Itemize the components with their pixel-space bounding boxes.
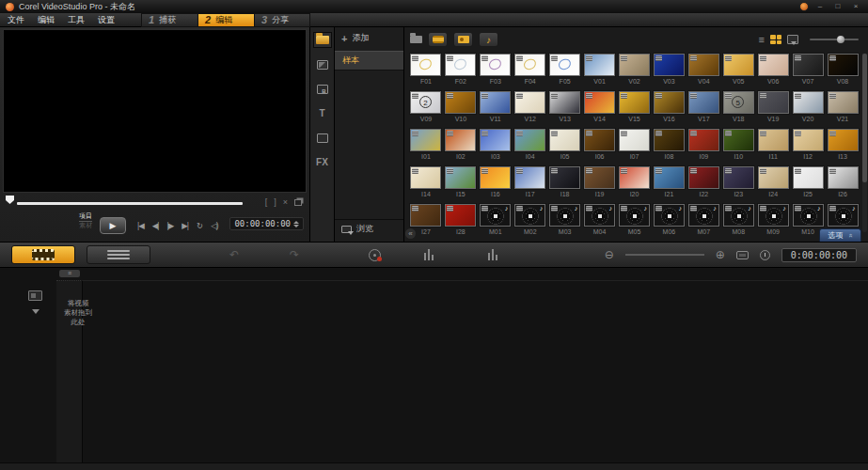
gallery-item[interactable]: V05 (722, 54, 754, 89)
instant-project-icon[interactable] (314, 82, 331, 96)
fit-project-icon[interactable] (736, 251, 749, 259)
media-thumbnail[interactable] (584, 91, 615, 114)
filter-photo-button[interactable] (453, 32, 473, 47)
audio-thumbnail[interactable]: ♪ (584, 204, 615, 227)
gallery-item[interactable]: V16 (653, 91, 685, 127)
audio-thumbnail[interactable]: ♪ (758, 204, 789, 227)
media-thumbnail[interactable] (793, 91, 824, 114)
media-thumbnail[interactable] (514, 91, 545, 114)
gallery-item[interactable]: I07 (619, 129, 651, 164)
audio-thumbnail[interactable]: ♪ (549, 204, 580, 227)
audio-thumbnail[interactable]: ♪ (688, 204, 719, 227)
gallery-item[interactable]: ♪M03 (549, 204, 581, 240)
gallery-item[interactable]: I06 (584, 129, 616, 164)
gallery-item[interactable]: I17 (514, 166, 546, 202)
record-capture-icon[interactable] (369, 249, 381, 261)
gallery-item[interactable]: I02 (445, 129, 477, 164)
duration-clock-icon[interactable] (760, 250, 770, 260)
media-thumbnail[interactable] (758, 91, 789, 114)
audio-thumbnail[interactable]: ♪ (619, 204, 650, 227)
audio-thumbnail[interactable]: ♪ (514, 204, 545, 227)
gallery-item[interactable]: I18 (549, 166, 581, 202)
media-thumbnail[interactable] (584, 54, 615, 76)
help-button[interactable] (799, 2, 809, 11)
gallery-item[interactable]: ♪M02 (514, 204, 546, 240)
filter-video-button[interactable] (428, 32, 448, 47)
media-thumbnail[interactable] (793, 166, 824, 189)
media-thumbnail[interactable] (445, 54, 476, 76)
media-thumbnail[interactable] (654, 91, 685, 114)
gallery-item[interactable]: V03 (653, 54, 685, 89)
gallery-item[interactable]: I21 (653, 166, 685, 202)
media-thumbnail[interactable] (688, 166, 719, 189)
fx-filter-icon[interactable]: FX (314, 155, 331, 169)
gallery-item[interactable]: V01 (584, 54, 616, 89)
gallery-item[interactable]: I22 (687, 166, 719, 202)
gallery-item[interactable]: F03 (480, 54, 512, 89)
media-thumbnail[interactable] (549, 129, 580, 151)
slider-knob[interactable] (837, 36, 844, 43)
media-thumbnail[interactable] (723, 129, 754, 151)
media-thumbnail[interactable] (619, 54, 650, 76)
gallery-item[interactable]: I19 (584, 166, 616, 202)
previous-frame-icon[interactable]: ◀| (152, 221, 159, 230)
gallery-item[interactable]: I15 (445, 166, 477, 202)
gallery-item[interactable]: I05 (549, 129, 581, 164)
audio-thumbnail[interactable]: ♪ (723, 204, 754, 227)
step-capture[interactable]: 1 捕获 (141, 13, 197, 27)
media-thumbnail[interactable] (758, 166, 789, 189)
media-thumbnail[interactable] (793, 129, 824, 151)
gallery-item[interactable]: I03 (480, 129, 512, 164)
scrub-bar[interactable] (17, 202, 243, 205)
title-icon[interactable]: T (314, 106, 331, 120)
media-thumbnail[interactable] (549, 166, 580, 189)
media-thumbnail[interactable] (514, 129, 545, 151)
options-button[interactable]: 选项 » (819, 228, 861, 242)
add-folder-button[interactable]: + 添加 (335, 27, 403, 49)
media-thumbnail[interactable] (410, 129, 441, 151)
media-thumbnail[interactable] (584, 129, 615, 151)
step-edit[interactable]: 2 编辑 (197, 13, 254, 27)
timeline-timecode[interactable]: 0:00:00:00 (781, 248, 857, 262)
graphic-icon[interactable] (314, 131, 331, 145)
gallery-item[interactable]: I04 (514, 129, 546, 164)
media-thumbnail[interactable] (688, 129, 719, 151)
timecode-stepper[interactable] (293, 221, 299, 227)
media-thumbnail[interactable] (828, 129, 859, 151)
transition-icon[interactable] (314, 57, 331, 71)
swap-track-icon[interactable] (28, 290, 42, 301)
storyboard-view-button[interactable] (11, 245, 75, 264)
gallery-item[interactable]: V20 (792, 91, 824, 127)
media-thumbnail[interactable] (410, 204, 441, 227)
gallery-item[interactable]: V02 (619, 54, 651, 89)
media-thumbnail[interactable] (480, 54, 511, 76)
media-thumbnail[interactable] (549, 54, 580, 76)
media-thumbnail[interactable] (480, 91, 511, 114)
menu-tools[interactable]: 工具 (68, 14, 85, 26)
media-thumbnail[interactable] (445, 91, 476, 114)
gallery-item[interactable]: I10 (722, 129, 754, 164)
zoom-out-icon[interactable]: ⊖ (605, 249, 614, 260)
media-thumbnail[interactable] (793, 54, 824, 76)
gallery-item[interactable]: I24 (757, 166, 789, 202)
media-thumbnail[interactable] (584, 166, 615, 189)
media-thumbnail[interactable] (758, 129, 789, 151)
gallery-item[interactable]: V10 (445, 91, 477, 127)
media-thumbnail[interactable] (445, 204, 476, 227)
redo-icon[interactable]: ↷ (290, 249, 299, 260)
play-button[interactable]: ▶ (100, 217, 126, 234)
list-view-icon[interactable]: ≡ (759, 34, 765, 45)
browse-button[interactable]: 浏览 (335, 219, 403, 238)
gallery-item[interactable]: V12 (514, 91, 546, 127)
mode-project-label[interactable]: 项目 (79, 212, 92, 222)
gallery-item[interactable]: ♪M09 (757, 204, 789, 240)
gallery-item[interactable]: ♪M01 (480, 204, 512, 240)
gallery-item[interactable]: F01 (410, 54, 442, 89)
timeline-view-button[interactable] (87, 245, 150, 264)
gallery-item[interactable]: V13 (549, 91, 581, 127)
gallery-item[interactable]: V07 (792, 54, 824, 89)
gallery-item[interactable]: ♪M05 (619, 204, 651, 240)
media-thumbnail[interactable] (549, 91, 580, 114)
gallery-item[interactable]: V06 (757, 54, 789, 89)
media-thumbnail[interactable] (619, 166, 650, 189)
